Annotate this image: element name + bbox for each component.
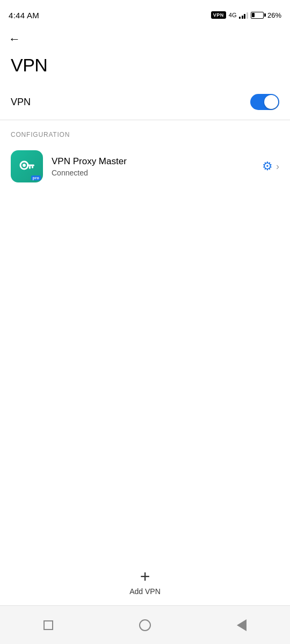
back-arrow-icon: ← [9, 33, 20, 45]
home-icon [139, 619, 151, 631]
network-type: 4G [229, 12, 237, 18]
bottom-nav [0, 605, 290, 644]
status-time: 4:44 AM [9, 11, 39, 20]
status-right-icons: VPN 4G 26% [211, 11, 281, 19]
back-button[interactable]: ← [0, 28, 290, 50]
back-nav-button[interactable] [228, 612, 255, 639]
vpn-status-badge: VPN [211, 11, 226, 19]
svg-rect-4 [29, 166, 31, 169]
status-bar: 4:44 AM VPN 4G 26% [0, 0, 290, 28]
pro-badge: pro [31, 175, 41, 180]
add-vpn-container[interactable]: + Add VPN [129, 568, 161, 596]
signal-icon [239, 11, 248, 19]
page-title: VPN [0, 50, 290, 86]
back-nav-icon [237, 619, 247, 631]
vpn-item-info: VPN Proxy Master Connected [52, 156, 253, 177]
svg-rect-3 [32, 166, 33, 169]
recent-apps-icon [44, 620, 53, 630]
vpn-toggle-row: VPN [0, 86, 290, 118]
add-vpn-plus-icon: + [140, 568, 150, 585]
vpn-toggle-label: VPN [11, 97, 31, 108]
home-button[interactable] [132, 612, 158, 639]
vpn-item-name: VPN Proxy Master [52, 156, 253, 167]
recent-apps-button[interactable] [35, 612, 62, 639]
chevron-right-icon: › [276, 161, 279, 172]
vpn-item-status: Connected [52, 169, 253, 177]
battery-percent: 26% [267, 11, 281, 19]
vpn-item-actions: ⚙ › [262, 159, 279, 173]
vpn-app-icon: pro [11, 150, 43, 182]
vpn-toggle-switch[interactable] [250, 94, 279, 110]
svg-rect-2 [27, 165, 34, 166]
configuration-section-label: CONFIGURATION [0, 122, 290, 144]
toggle-knob [264, 95, 278, 109]
battery-indicator: 26% [251, 11, 281, 19]
add-vpn-label: Add VPN [129, 587, 161, 596]
gear-icon[interactable]: ⚙ [262, 159, 273, 173]
divider [0, 120, 290, 120]
vpn-item[interactable]: pro VPN Proxy Master Connected ⚙ › [0, 144, 290, 189]
key-icon [17, 157, 37, 176]
svg-point-1 [23, 164, 26, 167]
